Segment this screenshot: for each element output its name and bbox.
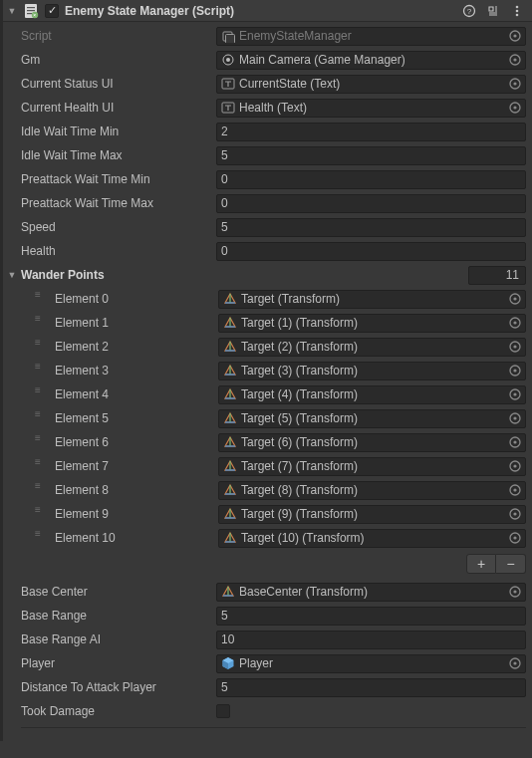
drag-handle-icon[interactable]: ≡ (35, 411, 49, 425)
input-base-range-ai[interactable] (221, 632, 523, 646)
field-current-status-ui[interactable]: CurrentState (Text) (216, 75, 526, 94)
drag-handle-icon[interactable]: ≡ (35, 507, 49, 521)
row-script: Script EnemyStateManager (21, 24, 526, 48)
input-idle-wait-min[interactable] (221, 125, 523, 138)
drag-handle-icon[interactable]: ≡ (35, 435, 49, 449)
field-element[interactable]: Target (8) (Transform) (218, 481, 526, 500)
input-preattack-wait-max[interactable] (221, 196, 523, 210)
input-health[interactable] (221, 244, 523, 258)
array-element: ≡Element 4Target (4) (Transform) (21, 382, 526, 406)
picker-element[interactable] (507, 482, 523, 498)
picker-element[interactable] (507, 315, 523, 331)
field-base-range-ai[interactable] (216, 631, 526, 649)
picker-base-center[interactable] (507, 584, 523, 600)
value-player: Player (239, 656, 273, 670)
field-base-range[interactable] (216, 607, 526, 626)
enabled-checkbox[interactable]: ✓ (45, 4, 59, 18)
field-element[interactable]: Target (7) (Transform) (218, 457, 526, 476)
element-label: Element 2 (55, 340, 212, 354)
row-base-range-ai: Base Range AI (21, 628, 526, 651)
picker-element[interactable] (507, 339, 523, 355)
field-health[interactable] (216, 242, 526, 261)
element-label: Element 0 (55, 292, 212, 306)
picker-element[interactable] (507, 434, 523, 450)
field-element[interactable]: Target (9) (Transform) (218, 505, 526, 524)
drag-handle-icon[interactable]: ≡ (35, 483, 49, 497)
input-distance-attack[interactable] (221, 680, 523, 694)
field-element[interactable]: Target (4) (Transform) (218, 385, 526, 404)
picker-element[interactable] (507, 530, 523, 546)
array-header-wander-points: ▼ Wander Points 11 (21, 263, 526, 287)
checkbox-took-damage[interactable]: ✓ (216, 704, 230, 718)
transform-icon (223, 411, 237, 425)
input-preattack-wait-min[interactable] (221, 172, 523, 186)
field-preattack-wait-min[interactable] (216, 170, 526, 189)
array-footer-wander-points: + − (21, 550, 526, 580)
array-remove-button[interactable]: − (496, 554, 526, 574)
svg-point-14 (516, 13, 519, 16)
picker-element[interactable] (507, 363, 523, 379)
field-element[interactable]: Target (2) (Transform) (218, 338, 526, 357)
field-element[interactable]: Target (5) (Transform) (218, 409, 526, 428)
row-idle-wait-min: Idle Wait Time Min (21, 120, 526, 143)
value-element: Target (Transform) (241, 292, 340, 306)
field-idle-wait-max[interactable] (216, 146, 526, 165)
picker-element[interactable] (507, 506, 523, 522)
drag-handle-icon[interactable]: ≡ (35, 387, 49, 401)
picker-element[interactable] (507, 386, 523, 402)
input-speed[interactable] (221, 220, 523, 234)
field-speed[interactable] (216, 218, 526, 237)
field-element[interactable]: Target (3) (Transform) (218, 362, 526, 380)
picker-current-status-ui[interactable] (507, 76, 523, 92)
drag-handle-icon[interactable]: ≡ (35, 459, 49, 473)
field-element[interactable]: Target (1) (Transform) (218, 314, 526, 333)
value-element: Target (8) (Transform) (241, 483, 358, 497)
foldout-toggle[interactable]: ▼ (7, 6, 17, 16)
context-menu-button[interactable] (508, 2, 526, 20)
component-body: Script EnemyStateManager Gm Main Camera … (3, 22, 532, 741)
field-element[interactable]: Target (10) (Transform) (218, 529, 526, 548)
drag-handle-icon[interactable]: ≡ (35, 340, 49, 354)
input-base-range[interactable] (221, 609, 523, 623)
picker-current-health-ui[interactable] (507, 100, 523, 116)
label-wander-points: Wander Points (21, 268, 468, 282)
row-base-center: Base Center BaseCenter (Transform) (21, 580, 526, 604)
field-gm[interactable]: Main Camera (Game Manager) (216, 51, 526, 70)
field-element[interactable]: Target (6) (Transform) (218, 433, 526, 452)
value-element: Target (3) (Transform) (241, 364, 358, 378)
svg-point-16 (226, 58, 230, 62)
preset-button[interactable] (484, 2, 502, 20)
csharp-icon (221, 29, 235, 43)
picker-element[interactable] (507, 410, 523, 426)
field-current-health-ui[interactable]: Health (Text) (216, 99, 526, 118)
element-label: Element 10 (55, 531, 212, 545)
picker-element[interactable] (507, 291, 523, 307)
picker-element[interactable] (507, 458, 523, 474)
field-preattack-wait-max[interactable] (216, 194, 526, 213)
input-idle-wait-max[interactable] (221, 148, 523, 162)
picker-player[interactable] (507, 655, 523, 671)
picker-gm[interactable] (507, 52, 523, 68)
drag-handle-icon[interactable]: ≡ (35, 364, 49, 378)
label-preattack-wait-max: Preattack Wait Time Max (21, 196, 212, 210)
element-label: Element 1 (55, 316, 212, 330)
foldout-wander-points[interactable]: ▼ (7, 270, 17, 280)
field-player[interactable]: Player (216, 654, 526, 673)
array-element: ≡Element 5Target (5) (Transform) (21, 406, 526, 430)
value-element: Target (2) (Transform) (241, 340, 358, 354)
array-add-button[interactable]: + (466, 554, 496, 574)
label-current-health-ui: Current Health UI (21, 101, 212, 115)
picker-script[interactable] (507, 28, 523, 44)
label-player: Player (21, 656, 212, 670)
count-wander-points[interactable]: 11 (468, 266, 526, 285)
field-distance-attack[interactable] (216, 678, 526, 697)
script-icon (23, 3, 39, 19)
field-element[interactable]: Target (Transform) (218, 290, 526, 309)
help-button[interactable]: ? (460, 2, 478, 20)
field-base-center[interactable]: BaseCenter (Transform) (216, 583, 526, 602)
drag-handle-icon[interactable]: ≡ (35, 316, 49, 330)
drag-handle-icon[interactable]: ≡ (35, 292, 49, 306)
label-base-center: Base Center (21, 585, 212, 599)
field-idle-wait-min[interactable] (216, 123, 526, 141)
drag-handle-icon[interactable]: ≡ (35, 531, 49, 545)
